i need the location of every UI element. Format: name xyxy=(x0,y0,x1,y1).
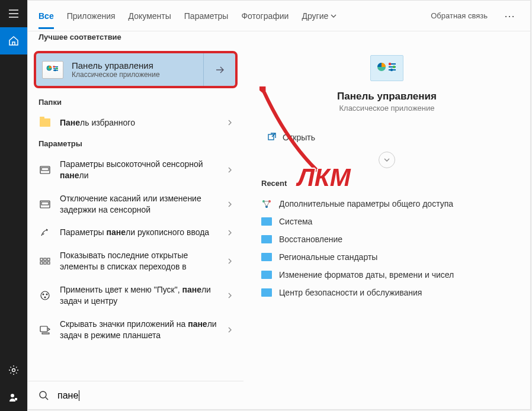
tab-params[interactable]: Параметры xyxy=(184,3,229,29)
chevron-right-icon xyxy=(227,165,233,175)
svg-rect-15 xyxy=(40,258,43,261)
more-button[interactable]: ⋯ xyxy=(501,9,520,23)
person-icon xyxy=(8,392,19,403)
tab-other[interactable]: Другие xyxy=(302,3,336,29)
app-icon xyxy=(261,217,272,226)
open-label: Открыть xyxy=(283,133,315,142)
recent-item-label: Система xyxy=(279,217,312,226)
settings-result-label: Применить цвет к меню "Пуск", панели зад… xyxy=(60,284,219,307)
tab-other-label: Другие xyxy=(302,11,328,21)
app-icon xyxy=(261,235,272,243)
recent-item[interactable]: Региональные стандарты xyxy=(261,248,512,266)
menu-button[interactable] xyxy=(0,0,27,27)
setting-icon xyxy=(39,290,52,301)
tab-all[interactable]: Все xyxy=(39,3,54,29)
search-value: пане xyxy=(57,390,78,401)
svg-point-38 xyxy=(40,391,46,398)
recent-item[interactable]: Восстановление xyxy=(261,230,512,248)
preview-app-icon xyxy=(370,55,403,81)
svg-rect-12 xyxy=(41,168,49,171)
recent-item-label: Дополнительные параметры общего доступа xyxy=(279,199,453,208)
setting-icon xyxy=(39,166,52,174)
search-input[interactable]: пане xyxy=(57,390,79,401)
svg-rect-26 xyxy=(42,333,49,334)
settings-result-label: Показывать последние открытые элементы в… xyxy=(60,250,219,272)
recent-item[interactable]: Центр безопасности и обслуживания xyxy=(261,284,512,301)
svg-rect-20 xyxy=(47,262,50,264)
account-button[interactable] xyxy=(0,384,27,411)
best-match-subtitle: Классическое приложение xyxy=(72,70,160,79)
chevron-down-icon xyxy=(331,13,336,19)
recent-item[interactable]: Система xyxy=(261,213,512,230)
app-icon xyxy=(261,288,272,297)
search-icon xyxy=(39,390,49,401)
settings-result[interactable]: Скрывать значки приложений на панели зад… xyxy=(28,313,243,347)
chevron-right-icon xyxy=(227,256,233,266)
preview-panel: Панель управления Классическое приложени… xyxy=(243,31,530,381)
svg-rect-34 xyxy=(268,134,274,140)
best-match-result[interactable]: Панель управления Классическое приложени… xyxy=(34,51,238,88)
recent-item[interactable]: Дополнительные параметры общего доступа xyxy=(261,195,512,213)
results-panel: Лучшее соответствие Панель управления Кл… xyxy=(28,31,243,381)
tab-photos[interactable]: Фотографии xyxy=(241,3,289,29)
svg-rect-16 xyxy=(44,258,46,261)
settings-result[interactable]: Применить цвет к меню "Пуск", панели зад… xyxy=(28,278,243,313)
svg-point-0 xyxy=(12,369,15,372)
svg-rect-14 xyxy=(41,202,49,205)
recent-item-label: Региональные стандарты xyxy=(279,252,377,262)
expand-actions[interactable] xyxy=(379,152,395,168)
home-button[interactable] xyxy=(0,27,27,54)
app-icon xyxy=(261,253,272,261)
hamburger-icon xyxy=(8,8,19,19)
section-settings: Параметры xyxy=(28,134,243,153)
svg-point-31 xyxy=(389,63,391,65)
settings-result[interactable]: Отключение касаний или изменение задержк… xyxy=(28,187,243,221)
best-match-expand[interactable] xyxy=(203,53,235,86)
best-match-title: Панель управления xyxy=(72,60,160,70)
section-folders: Папки xyxy=(28,93,243,111)
svg-point-24 xyxy=(44,297,46,298)
settings-result[interactable]: Показывать последние открытые элементы в… xyxy=(28,244,243,278)
feedback-link[interactable]: Обратная связь xyxy=(431,11,488,20)
svg-rect-2 xyxy=(15,398,17,400)
svg-rect-17 xyxy=(47,258,50,261)
recent-item[interactable]: Изменение форматов даты, времени и чисел xyxy=(261,266,512,284)
chevron-right-icon xyxy=(227,118,233,127)
folder-result[interactable]: Панель избранного xyxy=(28,111,243,134)
gear-icon xyxy=(8,365,19,375)
folder-icon xyxy=(40,118,50,127)
svg-point-10 xyxy=(54,69,56,71)
recent-item-label: Центр безопасности и обслуживания xyxy=(279,288,422,297)
svg-point-23 xyxy=(46,294,48,296)
settings-result[interactable]: Параметры панели рукописного ввода xyxy=(28,221,243,244)
svg-point-9 xyxy=(56,68,57,69)
search-bar: пане xyxy=(28,381,243,409)
network-icon xyxy=(261,199,272,208)
search-panel: Все Приложения Документы Параметры Фотог… xyxy=(27,0,531,410)
settings-result-label: Отключение касаний или изменение задержк… xyxy=(60,193,219,216)
svg-rect-18 xyxy=(40,262,43,264)
recent-header: Recent xyxy=(261,179,512,188)
control-panel-icon xyxy=(42,61,63,79)
tab-docs[interactable]: Документы xyxy=(129,3,171,29)
preview-title: Панель управления xyxy=(337,91,437,102)
svg-point-21 xyxy=(41,291,49,300)
settings-result-label: Параметры высокоточной сенсорной панели xyxy=(60,159,219,181)
chevron-right-icon xyxy=(227,291,233,300)
settings-button[interactable] xyxy=(0,357,27,384)
svg-point-1 xyxy=(11,394,14,397)
svg-point-22 xyxy=(43,294,44,296)
section-best-match: Лучшее соответствие xyxy=(28,31,243,46)
settings-result[interactable]: Параметры высокоточной сенсорной панели xyxy=(28,153,243,187)
app-icon xyxy=(261,271,272,279)
chevron-right-icon xyxy=(227,228,233,237)
preview-subtitle: Классическое приложение xyxy=(339,104,434,113)
open-action[interactable]: Открыть xyxy=(261,128,512,147)
settings-result-label: Скрывать значки приложений на панели зад… xyxy=(60,319,219,341)
setting-icon xyxy=(39,325,52,335)
folder-result-label: Панель избранного xyxy=(60,117,219,129)
tab-apps[interactable]: Приложения xyxy=(67,3,116,29)
setting-icon xyxy=(39,200,52,208)
recent-item-label: Изменение форматов даты, времени и чисел xyxy=(279,270,454,280)
setting-icon xyxy=(39,227,52,238)
